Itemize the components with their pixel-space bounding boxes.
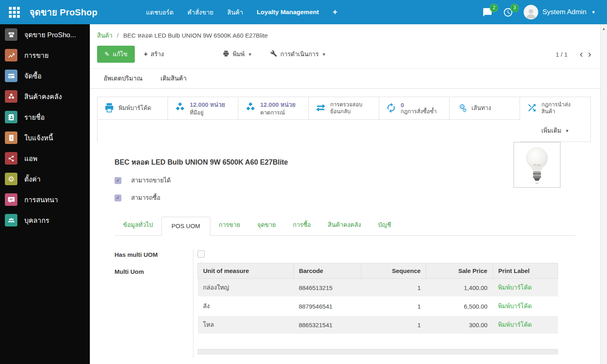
messages-button[interactable]: 2 [482,7,492,17]
menu-add-icon[interactable]: + [333,8,337,17]
chat-bubble-icon [5,193,17,206]
reordering-rules-smart-button[interactable]: 0กฎการสั่งซื้อซ้ำ [379,97,450,120]
credit-card-icon [5,70,17,82]
pager-next-button[interactable]: › [586,49,593,59]
column-header-barcode[interactable]: Barcode [293,263,361,279]
sidebar-item-employees[interactable]: บุคลากร [0,210,90,231]
app-title: จุดขาย ProShop [30,5,98,19]
print-barcode-smart-button[interactable]: พิมพ์บาร์โค้ด [98,97,168,120]
svg-text:9W: 9W [535,182,539,184]
update-quantity-button[interactable]: อัพเดตปริมาณ [104,73,142,83]
multi-uom-table: Unit of measure Barcode Sequence Sale Pr… [197,263,558,334]
menu-products[interactable]: สินค้า [227,7,243,17]
invoice-icon: $ [5,131,17,144]
tab-sales[interactable]: การขาย [210,215,249,235]
pager-previous-button[interactable]: ‹ [578,49,585,59]
sales-chart-icon [5,49,17,61]
main-content: สินค้า / BEC หลอด LED Bulb UNION 9W 6500… [90,24,600,364]
print-barcode-link[interactable]: พิมพ์บาร์โค้ด [498,303,532,309]
routes-smart-button[interactable]: ⚙⚙ เส้นทาง [450,97,520,120]
can-be-purchased-label: สามารถซื้อ [131,193,160,203]
table-row[interactable]: ลัง 8879546541 1 6,500.00 พิมพ์บาร์โค้ด [198,297,558,315]
menu-loyalty-management[interactable]: Loyalty Management [257,8,319,16]
tab-inventory[interactable]: สินค้าคงคลัง [319,215,369,235]
sidebar: จุดขาย ProSho... การขาย จัดซื้อ สินค้าคง… [0,24,90,364]
cubes-icon [245,102,256,114]
sidebar-item-contacts[interactable]: รายชื่อ [0,107,90,127]
messages-badge: 2 [490,4,498,12]
can-be-sold-checkbox[interactable]: ✓ [115,177,121,184]
tab-purchase[interactable]: การซื้อ [284,215,320,235]
pager-count: 1 / 1 [556,51,567,58]
can-be-purchased-checkbox[interactable]: ✓ [115,195,121,201]
scroll-up-arrow-icon[interactable]: ▲ [601,24,607,31]
pager: 1 / 1 ‹ › [556,49,593,59]
gears-icon: ⚙⚙ [456,102,467,114]
printer-icon [223,50,229,58]
pos-uom-tab-content: Has multi UOM Multi Uom Unit of measure … [115,250,593,358]
has-multi-uom-checkbox[interactable] [197,250,205,258]
sidebar-item-invoicing[interactable]: $ ใบแจ้งหนี้ [0,127,90,148]
boxes-icon [5,90,17,103]
column-header-sequence[interactable]: Sequence [361,263,426,279]
multi-uom-label: Multi Uom [115,268,193,275]
user-name: System Admin [542,8,586,16]
svg-text:$: $ [10,136,12,140]
menu-dashboard[interactable]: แดชบอร์ด [146,7,174,17]
table-row[interactable]: กล่องใหญ่ 8846513215 1 1,400.00 พิมพ์บาร… [198,279,558,297]
replenish-button[interactable]: เติมสินค้า [160,73,187,83]
traceability-smart-button[interactable]: การตรวจสอบย้อนกลับ [309,97,379,120]
tab-pos[interactable]: จุดขาย [249,215,284,235]
more-dropdown[interactable]: เพิ่มเติม ▼ [520,120,590,142]
create-button[interactable]: + สร้าง [144,49,164,59]
breadcrumb-products-link[interactable]: สินค้า [97,32,112,39]
putaway-rules-smart-button[interactable]: กฎการนำส่งสินค้า [520,97,590,120]
sidebar-item-pos[interactable]: จุดขาย ProSho... [0,24,90,45]
chevron-down-icon: ▼ [248,52,252,57]
forecasted-smart-button[interactable]: 12.000 หน่วยคาดการณ์ [238,97,309,120]
action-dropdown[interactable]: การดำเนินการ ▼ [270,49,326,59]
activities-badge: 3 [510,4,519,12]
vertical-scrollbar[interactable]: ▲ [600,24,607,364]
chevron-down-icon: ▼ [591,10,596,15]
column-header-unit-of-measure[interactable]: Unit of measure [198,263,294,279]
pos-icon [5,28,17,41]
column-header-sale-price[interactable]: Sale Price [426,263,493,279]
breadcrumb-current: BEC หลอด LED Bulb UNION 9W 6500K A60 E27… [123,32,267,39]
sidebar-item-inventory[interactable]: สินค้าคงคลัง [0,86,90,107]
wrench-icon [270,50,277,58]
chevron-down-icon: ▼ [565,129,569,133]
exchange-arrows-icon [315,102,326,114]
table-row[interactable]: โหล 8865321541 1 300.00 พิมพ์บาร์โค้ด [198,315,558,334]
table-footer-strip [197,349,558,354]
sidebar-item-sales[interactable]: การขาย [0,45,90,66]
top-menu: แดชบอร์ด คำสั่งขาย สินค้า Loyalty Manage… [146,7,337,17]
tab-accounting[interactable]: บัญชี [369,215,399,235]
cubes-icon [174,102,186,114]
people-icon [5,214,17,226]
address-book-icon [5,111,17,123]
sidebar-item-discuss[interactable]: การสนทนา [0,189,90,210]
apps-grid-icon[interactable] [9,7,20,18]
chevron-down-icon: ▼ [322,52,326,57]
print-barcode-link[interactable]: พิมพ์บาร์โค้ด [498,321,532,328]
can-be-sold-label: สามารถขายได้ [131,176,171,185]
sidebar-item-settings[interactable]: ⚙ ตั้งค่า [0,169,90,189]
control-panel: ✎ แก้ไข + สร้าง พิมพ์ ▼ การดำเนินการ ▼ [90,40,600,68]
print-barcode-link[interactable]: พิมพ์บาร์โค้ด [498,284,532,291]
column-header-print-label[interactable]: Print Label [493,263,558,279]
user-menu[interactable]: System Admin ▼ [524,5,596,19]
tab-pos-uom[interactable]: POS UOM [161,217,210,236]
activities-button[interactable]: 3 [503,7,513,17]
tab-general-info[interactable]: ข้อมูลทั่วไป [115,215,161,235]
breadcrumb: สินค้า / BEC หลอด LED Bulb UNION 9W 6500… [90,24,600,40]
on-hand-smart-button[interactable]: 12.000 หน่วยที่มีอยู่ [168,97,238,120]
sidebar-item-apps[interactable]: แอพ [0,148,90,169]
edit-button[interactable]: ✎ แก้ไข [97,46,135,63]
menu-sale-orders[interactable]: คำสั่งขาย [187,7,213,17]
avatar [524,5,538,19]
product-image[interactable]: BLite 9W [514,142,560,188]
plus-icon: + [144,50,148,58]
print-dropdown[interactable]: พิมพ์ ▼ [223,49,252,59]
sidebar-item-purchase[interactable]: จัดซื้อ [0,66,90,86]
